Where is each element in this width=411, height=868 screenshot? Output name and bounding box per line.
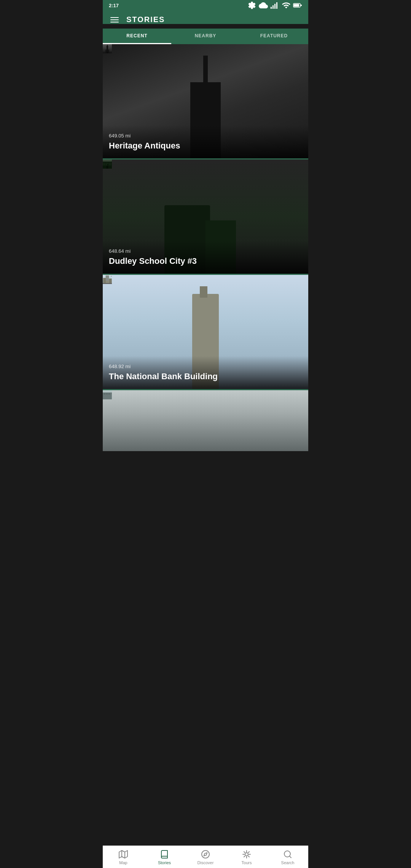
svg-rect-67 [108,278,108,278]
svg-rect-56 [106,276,106,276]
svg-rect-68 [106,278,106,279]
menu-line-3 [110,22,119,22]
svg-rect-3 [274,4,276,9]
svg-rect-35 [110,163,111,164]
church-illustration [103,44,112,53]
svg-rect-63 [108,277,108,277]
svg-rect-59 [108,276,108,276]
svg-marker-100 [119,850,127,858]
wifi-icon [282,1,291,10]
svg-rect-62 [107,277,108,277]
story-card[interactable]: 648.92 mi The National Bank Building [103,275,308,389]
tab-recent[interactable]: RECENT [103,29,171,44]
svg-rect-80 [103,278,106,284]
svg-rect-38 [106,164,107,165]
story-distance-1: 649.05 mi [109,133,302,139]
menu-button[interactable] [109,16,120,24]
story-distance-2: 648.64 mi [109,248,302,254]
story-title-1: Heritage Antiques [109,141,302,151]
story-image-4 [103,390,308,451]
svg-rect-11 [107,46,108,50]
app-header: STORIES [103,11,308,24]
svg-rect-17 [107,52,108,53]
tours-icon [242,850,251,859]
svg-rect-58 [107,276,108,276]
story-distance-3: 648.92 mi [109,364,302,369]
page-title: STORIES [126,15,165,24]
svg-rect-65 [107,278,107,278]
svg-rect-60 [106,277,106,277]
story-overlay-1: 649.05 mi Heritage Antiques [103,125,308,158]
nav-item-map[interactable]: Map [103,846,144,868]
svg-rect-57 [107,276,107,276]
svg-rect-88 [112,394,112,400]
story-card[interactable] [103,390,308,451]
svg-point-105 [245,853,248,856]
svg-rect-71 [108,278,108,279]
nav-label-map: Map [119,860,127,865]
svg-rect-31 [104,163,105,164]
nav-label-search: Search [281,860,295,865]
cloud-icon [259,1,268,10]
svg-rect-15 [106,50,107,51]
svg-rect-39 [109,164,110,165]
svg-rect-70 [107,278,108,279]
menu-line-1 [110,17,119,18]
svg-rect-74 [107,279,108,279]
search-icon [283,850,292,859]
nav-item-tours[interactable]: Tours [226,846,267,868]
status-icons [247,1,302,10]
bank-building-illustration [103,275,112,284]
story-overlay-3: 648.92 mi The National Bank Building [103,356,308,389]
svg-rect-30 [103,163,104,164]
svg-rect-75 [108,279,108,279]
svg-rect-40 [110,164,111,165]
tab-nearby[interactable]: NEARBY [171,29,240,44]
svg-rect-7 [294,4,299,7]
svg-rect-29 [103,162,112,163]
svg-rect-1 [271,7,272,9]
nav-item-discover[interactable]: Discover [185,846,226,868]
nav-label-discover: Discover [198,860,214,865]
svg-rect-36 [103,164,104,165]
svg-rect-45 [111,276,112,276]
svg-rect-6 [301,5,302,6]
status-time: 2:17 [109,3,119,8]
story-overlay-2: 648.64 mi Dudley School City #3 [103,241,308,274]
svg-rect-32 [106,163,107,164]
svg-rect-76 [106,280,106,281]
menu-line-2 [110,19,119,20]
svg-rect-93 [104,393,105,394]
svg-rect-61 [107,277,107,277]
svg-rect-69 [107,278,107,279]
bottom-navigation: Map Stories Discover Tours [103,846,308,868]
tab-bar: RECENT NEARBY FEATURED [103,29,308,44]
svg-rect-4 [276,2,277,9]
status-bar: 2:17 [103,0,308,11]
svg-rect-77 [107,280,107,281]
tab-featured[interactable]: FEATURED [240,29,308,44]
svg-rect-94 [106,393,108,394]
nav-label-stories: Stories [158,860,171,865]
svg-rect-95 [108,393,110,394]
svg-rect-82 [103,283,112,284]
school-illustration [103,160,112,169]
story-title-2: Dudley School City #3 [109,256,302,266]
svg-marker-104 [204,853,207,856]
story-card[interactable]: 648.64 mi Dudley School City #3 [103,160,308,274]
battery-icon [293,1,302,10]
svg-rect-16 [108,50,109,51]
svg-rect-64 [106,278,106,278]
svg-rect-72 [106,279,106,279]
svg-rect-33 [107,163,108,164]
svg-rect-2 [272,5,274,9]
nav-item-stories[interactable]: Stories [144,846,185,868]
svg-rect-13 [107,45,108,46]
nav-item-search[interactable]: Search [267,846,308,868]
svg-line-107 [290,856,291,858]
partial-illustration [103,390,112,399]
svg-rect-41 [107,166,108,169]
story-card[interactable]: 649.05 mi Heritage Antiques [103,44,308,158]
discover-icon [201,850,210,859]
map-icon [119,850,128,859]
